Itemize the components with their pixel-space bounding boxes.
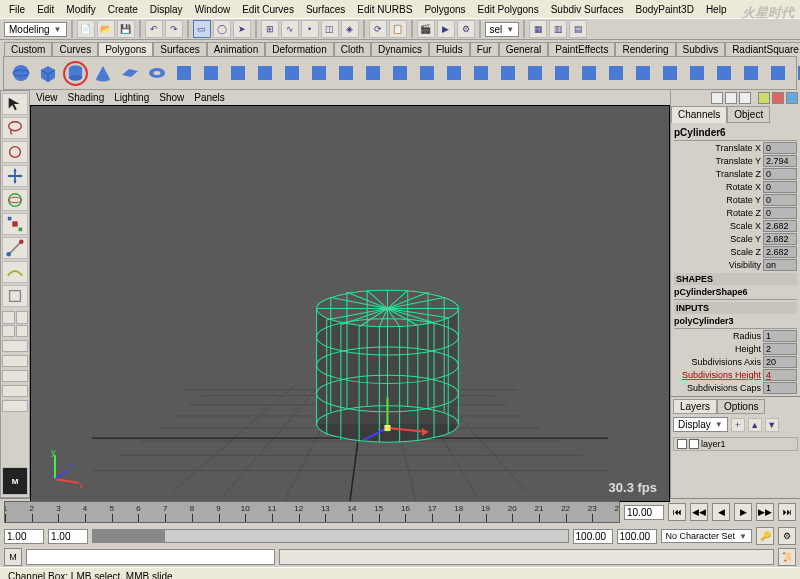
prefs-icon[interactable]: ⚙	[778, 527, 796, 545]
shelf-tab-custom[interactable]: Custom	[4, 42, 52, 56]
history-icon[interactable]: ⟳	[369, 20, 387, 38]
channel-value[interactable]: 0	[763, 142, 797, 154]
menu-edit-nurbs[interactable]: Edit NURBS	[352, 3, 417, 16]
show-channel-icon[interactable]: ▤	[569, 20, 587, 38]
view-menu-show[interactable]: Show	[159, 92, 184, 103]
paint-tool[interactable]	[2, 141, 28, 163]
shelf-helix-icon[interactable]	[253, 61, 277, 86]
menu-display[interactable]: Display	[145, 3, 188, 16]
layout-custom[interactable]	[2, 400, 28, 412]
range-slider[interactable]	[92, 529, 569, 543]
command-input[interactable]	[26, 549, 275, 565]
layers-tab-layers[interactable]: Layers	[673, 399, 717, 414]
current-time-field[interactable]	[624, 505, 664, 520]
channel-value[interactable]: 0	[763, 168, 797, 180]
show-tool-icon[interactable]: ▥	[549, 20, 567, 38]
shelf-collapse-icon[interactable]	[793, 61, 800, 86]
shelf-tab-painteffects[interactable]: PaintEffects	[548, 42, 615, 56]
menu-file[interactable]: File	[4, 3, 30, 16]
shelf-tab-deformation[interactable]: Deformation	[265, 42, 333, 56]
toggle-b-icon[interactable]	[725, 92, 737, 104]
channel-value[interactable]: 4	[763, 369, 797, 381]
redo-icon[interactable]: ↷	[165, 20, 183, 38]
shelf-tab-fur[interactable]: Fur	[470, 42, 499, 56]
render-globals-icon[interactable]: ⚙	[457, 20, 475, 38]
last-tool[interactable]	[2, 285, 28, 307]
layer-down-icon[interactable]: ▼	[765, 418, 779, 432]
shelf-ring-icon[interactable]	[307, 61, 331, 86]
show-attr-icon[interactable]: ▦	[529, 20, 547, 38]
play-back-icon[interactable]: ◀	[712, 503, 730, 521]
soft-mod-tool[interactable]	[2, 261, 28, 283]
sel-field[interactable]: sel▼	[485, 22, 520, 37]
channel-value[interactable]: 2.682	[763, 246, 797, 258]
channel-value[interactable]: 1	[763, 330, 797, 342]
construction-history-icon[interactable]: 📋	[389, 20, 407, 38]
shelf-sphere-icon[interactable]	[9, 61, 33, 86]
menu-polygons[interactable]: Polygons	[419, 3, 470, 16]
shape-name[interactable]: pCylinderShape6	[674, 285, 797, 300]
ipr-icon[interactable]: ▶	[437, 20, 455, 38]
display-dropdown[interactable]: Display▼	[673, 417, 728, 432]
layer-new-icon[interactable]: +	[731, 418, 745, 432]
node-name[interactable]: pCylinder6	[674, 125, 797, 141]
shelf-bevel-icon[interactable]	[415, 61, 439, 86]
range-start-inner[interactable]	[48, 529, 88, 544]
shelf-tab-subdivs[interactable]: Subdivs	[676, 42, 726, 56]
shelf-torus-icon[interactable]	[145, 61, 169, 86]
lasso-icon[interactable]: ◯	[213, 20, 231, 38]
snap-point-icon[interactable]: •	[301, 20, 319, 38]
channel-row[interactable]: Height2	[674, 342, 797, 355]
shelf-tab-general[interactable]: General	[499, 42, 549, 56]
menu-create[interactable]: Create	[103, 3, 143, 16]
channel-value[interactable]: 2.682	[763, 220, 797, 232]
snap-grid-icon[interactable]: ⊞	[261, 20, 279, 38]
menu-edit[interactable]: Edit	[32, 3, 59, 16]
shelf-append-icon[interactable]	[766, 61, 790, 86]
shelf-split-icon[interactable]	[388, 61, 412, 86]
shelf-pipe-icon[interactable]	[226, 61, 250, 86]
time-slider[interactable]: 123456789101112131415161718192021222324	[4, 501, 620, 523]
layer-vis-box[interactable]	[677, 439, 687, 449]
channel-row[interactable]: Visibilityon	[674, 258, 797, 271]
step-fwd-icon[interactable]: ▶▶	[756, 503, 774, 521]
layer-item[interactable]: layer1	[673, 437, 798, 451]
snap-curve-icon[interactable]: ∿	[281, 20, 299, 38]
layout-four-view[interactable]	[2, 311, 28, 337]
channel-row[interactable]: Subdivisions Caps1	[674, 381, 797, 394]
shelf-tab-radiantsquare[interactable]: RadiantSquare	[725, 42, 800, 56]
channel-row[interactable]: Scale Y2.682	[674, 232, 797, 245]
channel-row[interactable]: Scale X2.682	[674, 219, 797, 232]
shelf-boolean-icon[interactable]	[685, 61, 709, 86]
shelf-cut-icon[interactable]	[469, 61, 493, 86]
range-handle[interactable]	[93, 530, 165, 542]
channel-row[interactable]: Rotate Y0	[674, 193, 797, 206]
shelf-insert-icon[interactable]	[496, 61, 520, 86]
channel-row[interactable]: Radius1	[674, 329, 797, 342]
manip-tool[interactable]	[2, 237, 28, 259]
view-menu-lighting[interactable]: Lighting	[114, 92, 149, 103]
channel-value[interactable]: 20	[763, 356, 797, 368]
shelf-smooth-icon[interactable]	[442, 61, 466, 86]
view-menu-view[interactable]: View	[36, 92, 58, 103]
select-tool[interactable]	[2, 93, 28, 115]
toggle-f-icon[interactable]	[786, 92, 798, 104]
channel-row[interactable]: Subdivisions Height4	[674, 368, 797, 381]
channel-value[interactable]: 0	[763, 207, 797, 219]
shelf-poke-icon[interactable]	[550, 61, 574, 86]
file-new-icon[interactable]: 📄	[77, 20, 95, 38]
shelf-fill-icon[interactable]	[712, 61, 736, 86]
shelf-merge-icon[interactable]	[334, 61, 358, 86]
goto-start-icon[interactable]: ⏮	[668, 503, 686, 521]
input-name[interactable]: polyCylinder3	[674, 314, 797, 329]
shelf-cone-icon[interactable]	[91, 61, 115, 86]
goto-end-icon[interactable]: ⏭	[778, 503, 796, 521]
channel-value[interactable]: 0	[763, 181, 797, 193]
render-icon[interactable]: 🎬	[417, 20, 435, 38]
menu-window[interactable]: Window	[190, 3, 236, 16]
file-save-icon[interactable]: 💾	[117, 20, 135, 38]
paint-select-icon[interactable]: ➤	[233, 20, 251, 38]
range-end-inner[interactable]	[573, 529, 613, 544]
shelf-separate-icon[interactable]	[658, 61, 682, 86]
channel-value[interactable]: 2.682	[763, 233, 797, 245]
